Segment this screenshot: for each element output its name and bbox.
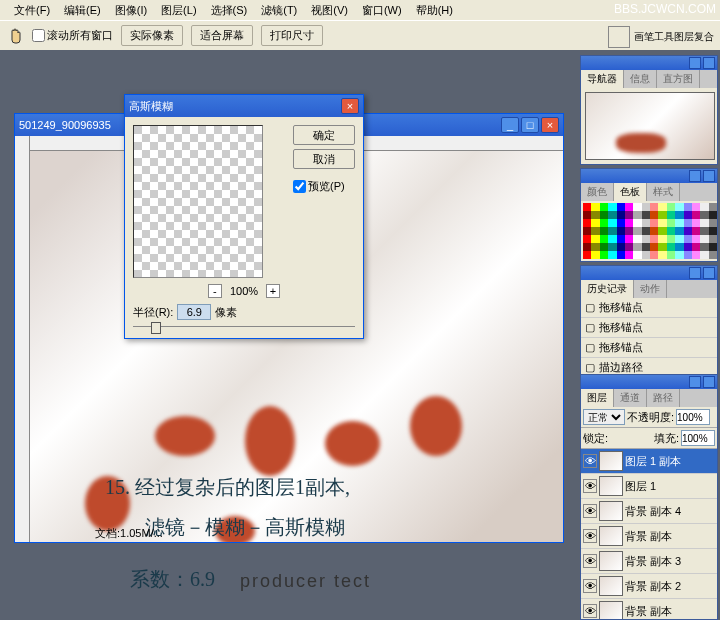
swatch[interactable]: [583, 227, 591, 235]
swatch[interactable]: [709, 251, 717, 259]
swatch[interactable]: [633, 203, 641, 211]
swatch[interactable]: [692, 211, 700, 219]
panel-close-icon[interactable]: [703, 267, 715, 279]
opacity-input[interactable]: [676, 409, 710, 425]
swatch[interactable]: [608, 251, 616, 259]
panel-close-icon[interactable]: [703, 376, 715, 388]
swatch[interactable]: [658, 235, 666, 243]
swatch[interactable]: [633, 219, 641, 227]
swatch[interactable]: [709, 203, 717, 211]
swatch[interactable]: [684, 211, 692, 219]
swatch[interactable]: [667, 219, 675, 227]
swatch[interactable]: [709, 243, 717, 251]
dialog-titlebar[interactable]: 高斯模糊 ×: [125, 95, 363, 117]
swatch[interactable]: [642, 203, 650, 211]
swatch[interactable]: [700, 219, 708, 227]
swatch[interactable]: [617, 219, 625, 227]
swatch[interactable]: [692, 235, 700, 243]
navigator-thumbnail[interactable]: [585, 92, 715, 160]
swatch[interactable]: [625, 227, 633, 235]
swatch[interactable]: [608, 227, 616, 235]
tab-actions[interactable]: 动作: [634, 280, 667, 298]
panel-min-icon[interactable]: [689, 376, 701, 388]
visibility-icon[interactable]: 👁: [583, 529, 597, 543]
swatch[interactable]: [583, 203, 591, 211]
swatch[interactable]: [667, 211, 675, 219]
radius-input[interactable]: [177, 304, 211, 320]
tab-navigator[interactable]: 导航器: [581, 70, 624, 88]
swatch[interactable]: [692, 251, 700, 259]
menu-select[interactable]: 选择(S): [205, 1, 254, 20]
history-item[interactable]: ▢拖移锚点: [581, 338, 717, 358]
menu-filter[interactable]: 滤镜(T): [255, 1, 303, 20]
swatch[interactable]: [658, 243, 666, 251]
swatch[interactable]: [667, 235, 675, 243]
swatch[interactable]: [709, 235, 717, 243]
swatch[interactable]: [692, 227, 700, 235]
layer-item[interactable]: 👁背景 副本 2: [581, 574, 717, 599]
layer-item[interactable]: 👁图层 1: [581, 474, 717, 499]
cancel-button[interactable]: 取消: [293, 149, 355, 169]
swatch[interactable]: [650, 227, 658, 235]
swatch[interactable]: [591, 219, 599, 227]
swatch[interactable]: [617, 203, 625, 211]
swatch[interactable]: [600, 235, 608, 243]
swatch[interactable]: [608, 235, 616, 243]
swatch[interactable]: [684, 243, 692, 251]
swatch[interactable]: [608, 211, 616, 219]
swatch[interactable]: [667, 251, 675, 259]
swatch[interactable]: [667, 227, 675, 235]
visibility-icon[interactable]: 👁: [583, 579, 597, 593]
tab-history[interactable]: 历史记录: [581, 280, 634, 298]
menu-help[interactable]: 帮助(H): [410, 1, 459, 20]
swatch[interactable]: [700, 227, 708, 235]
swatch[interactable]: [600, 251, 608, 259]
menu-image[interactable]: 图像(I): [109, 1, 153, 20]
swatch[interactable]: [675, 251, 683, 259]
visibility-icon[interactable]: 👁: [583, 604, 597, 618]
panel-close-icon[interactable]: [703, 170, 715, 182]
zoom-in-button[interactable]: +: [266, 284, 280, 298]
swatch[interactable]: [675, 227, 683, 235]
fit-screen-button[interactable]: 适合屏幕: [191, 25, 253, 46]
swatch[interactable]: [642, 251, 650, 259]
swatch[interactable]: [642, 227, 650, 235]
swatch[interactable]: [600, 227, 608, 235]
swatch[interactable]: [700, 203, 708, 211]
swatch[interactable]: [684, 219, 692, 227]
swatch[interactable]: [675, 219, 683, 227]
swatch[interactable]: [675, 211, 683, 219]
swatch[interactable]: [684, 251, 692, 259]
swatch[interactable]: [625, 219, 633, 227]
swatch[interactable]: [684, 235, 692, 243]
close-icon[interactable]: ×: [541, 117, 559, 133]
swatch[interactable]: [608, 219, 616, 227]
tab-swatches[interactable]: 色板: [614, 183, 647, 201]
swatch[interactable]: [591, 251, 599, 259]
swatch[interactable]: [642, 211, 650, 219]
swatch[interactable]: [692, 219, 700, 227]
actual-pixels-button[interactable]: 实际像素: [121, 25, 183, 46]
tab-paths[interactable]: 路径: [647, 389, 680, 407]
swatch[interactable]: [700, 211, 708, 219]
swatch[interactable]: [625, 251, 633, 259]
menu-edit[interactable]: 编辑(E): [58, 1, 107, 20]
tab-info[interactable]: 信息: [624, 70, 657, 88]
swatch[interactable]: [625, 203, 633, 211]
swatch[interactable]: [600, 243, 608, 251]
preview-checkbox[interactable]: 预览(P): [293, 179, 355, 194]
swatch[interactable]: [709, 227, 717, 235]
minimize-icon[interactable]: _: [501, 117, 519, 133]
swatch[interactable]: [658, 211, 666, 219]
history-item[interactable]: ▢拖移锚点: [581, 318, 717, 338]
swatch[interactable]: [591, 211, 599, 219]
tab-styles[interactable]: 样式: [647, 183, 680, 201]
layer-item[interactable]: 👁图层 1 副本: [581, 449, 717, 474]
swatch[interactable]: [700, 235, 708, 243]
blend-mode-select[interactable]: 正常: [583, 409, 625, 425]
swatch[interactable]: [608, 203, 616, 211]
swatch[interactable]: [658, 203, 666, 211]
swatch[interactable]: [633, 251, 641, 259]
swatch[interactable]: [583, 219, 591, 227]
swatch[interactable]: [650, 235, 658, 243]
